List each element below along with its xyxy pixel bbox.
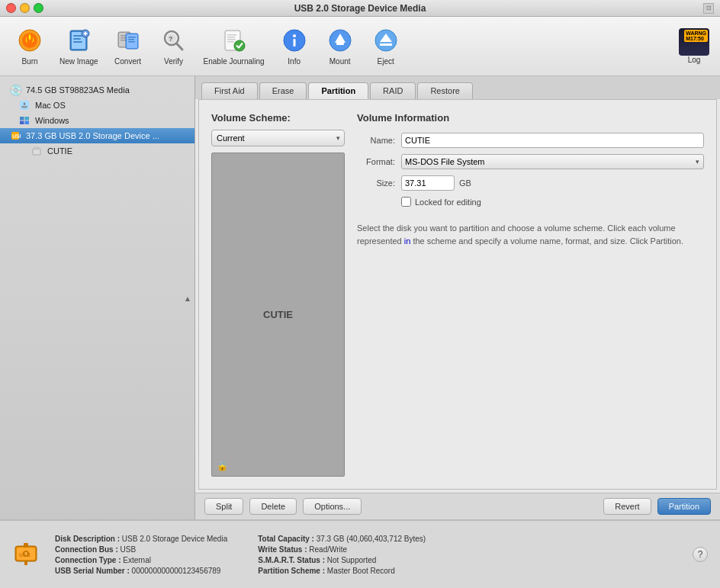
split-button[interactable]: Split [204, 498, 243, 515]
info-button[interactable]: Info [272, 22, 317, 70]
svg-line-21 [176, 43, 182, 50]
partition-block-cutie[interactable]: CUTIE 🔒 [212, 153, 344, 476]
svg-rect-53 [24, 543, 28, 548]
svg-rect-19 [128, 41, 135, 43]
resize-control[interactable]: ⊡ [703, 3, 714, 14]
partition-panel: Volume Scheme: Current ▾ CUTIE 🔒 V [198, 99, 717, 490]
partition-scheme-key: Partition Scheme : [258, 567, 325, 575]
svg-rect-50 [34, 147, 39, 149]
sidebar-item-label: Mac OS [35, 101, 66, 110]
maximize-button[interactable] [34, 3, 43, 13]
connection-bus-key: Connection Bus : [55, 545, 118, 554]
sidebar-item-windows[interactable]: Windows [0, 113, 194, 128]
svg-text:?: ? [169, 35, 173, 43]
format-select-wrapper: MS-DOS File System ▾ [401, 154, 704, 169]
resize-icon: ⊡ [703, 3, 714, 14]
svg-rect-43 [20, 117, 24, 120]
format-select[interactable]: MS-DOS File System [401, 154, 704, 169]
log-warning: WARNGM17:50 [684, 30, 708, 42]
tab-erase[interactable]: Erase [259, 82, 307, 99]
size-input[interactable] [401, 175, 455, 191]
write-status-key: Write Status : [258, 545, 307, 554]
title-bar: USB 2.0 Storage Device Media ⊡ [0, 0, 720, 17]
partition-button[interactable]: Partition [657, 498, 711, 515]
help-button[interactable]: ? [693, 547, 708, 562]
sidebar-item-macos[interactable]: Mac OS [0, 98, 194, 113]
smart-status-val: Not Supported [327, 556, 377, 564]
connection-type-val: External [123, 556, 151, 564]
status-bar: USB Disk Description : USB 2.0 Storage D… [0, 519, 720, 588]
locked-row: Locked for editing [357, 197, 704, 207]
toolbar: Burn New Image [0, 17, 720, 76]
connection-type-key: Connection Type : [55, 556, 121, 564]
svg-rect-29 [227, 41, 234, 43]
burn-button[interactable]: Burn [8, 22, 52, 70]
status-col-right: Total Capacity : 37.3 GB (40,060,403,712… [258, 535, 426, 575]
eject-button[interactable]: Eject [364, 22, 408, 70]
burn-icon [16, 27, 43, 54]
mount-button[interactable]: Mount [318, 22, 362, 70]
tab-raid[interactable]: RAID [370, 82, 416, 99]
options-button[interactable]: Options... [303, 498, 362, 515]
sidebar-item-cutie[interactable]: CUTIE [0, 143, 194, 159]
close-button[interactable] [6, 3, 16, 13]
svg-rect-36 [336, 43, 344, 45]
name-input[interactable] [401, 133, 704, 148]
convert-button[interactable]: Convert [106, 22, 150, 70]
delete-button[interactable]: Delete [249, 498, 297, 515]
size-label: Size: [357, 178, 395, 188]
verify-button[interactable]: ? Verify [152, 22, 196, 70]
volume-info-area: Volume Information Name: Format: MS-DOS … [357, 112, 704, 477]
macos-icon [18, 99, 31, 111]
svg-rect-42 [22, 108, 27, 108]
svg-text:USB: USB [19, 552, 31, 557]
format-row: Format: MS-DOS File System ▾ [357, 154, 704, 169]
log-button[interactable]: WARNGM17:50 Log [679, 28, 709, 64]
usb-serial-row: USB Serial Number : 00000000000012345678… [55, 567, 227, 575]
volume-icon [31, 145, 43, 157]
tab-first-aid[interactable]: First Aid [201, 82, 258, 99]
revert-button[interactable]: Revert [603, 498, 651, 515]
svg-point-32 [293, 34, 296, 37]
svg-rect-45 [20, 121, 24, 125]
scheme-select[interactable]: Current [211, 130, 345, 146]
bottom-buttons: Split Delete Options... Revert Partition [195, 493, 720, 519]
sidebar-item-label: CUTIE [47, 146, 72, 156]
mount-label: Mount [329, 57, 351, 66]
windows-icon [18, 114, 31, 127]
status-col-left: Disk Description : USB 2.0 Storage Devic… [55, 535, 227, 575]
sidebar-item-label: 74.5 GB ST98823AS Media [26, 85, 130, 95]
svg-rect-6 [73, 41, 82, 43]
usb-serial-val: 000000000000123456789 [132, 567, 221, 575]
info-label: Info [288, 57, 301, 66]
eject-icon [372, 27, 400, 54]
tab-partition[interactable]: Partition [308, 82, 368, 99]
svg-text:USB: USB [12, 133, 21, 139]
sidebar-item-label: Windows [35, 116, 69, 125]
main-content: 💿 74.5 GB ST98823AS Media Mac OS [0, 76, 720, 519]
volume-scheme-title: Volume Scheme: [211, 112, 345, 124]
connection-bus-row: Connection Bus : USB [55, 545, 227, 554]
window-title: USB 2.0 Storage Device Media [294, 3, 426, 14]
log-label: Log [688, 56, 701, 64]
total-capacity-row: Total Capacity : 37.3 GB (40,060,403,712… [258, 535, 426, 543]
partition-block-label: CUTIE [263, 309, 293, 320]
tab-restore[interactable]: Restore [417, 82, 473, 99]
window-controls[interactable] [6, 3, 43, 13]
total-capacity-val: 37.3 GB (40,060,403,712 Bytes) [317, 535, 426, 543]
connection-type-row: Connection Type : External [55, 556, 227, 564]
locked-label: Locked for editing [415, 198, 481, 207]
connection-bus-val: USB [121, 545, 137, 554]
size-unit: GB [459, 178, 471, 188]
new-image-button[interactable]: New Image [53, 22, 104, 70]
svg-rect-26 [227, 34, 236, 36]
minimize-button[interactable] [20, 3, 30, 13]
write-status-row: Write Status : Read/Write [258, 545, 426, 554]
sidebar-item-usb[interactable]: USB 37.3 GB USB 2.0 Storage Device ... [0, 128, 194, 143]
write-status-val: Read/Write [309, 545, 347, 554]
sidebar-item-disk1[interactable]: 💿 74.5 GB ST98823AS Media [0, 82, 194, 98]
name-row: Name: [357, 133, 704, 148]
enable-journaling-button[interactable]: Enable Journaling [198, 22, 271, 70]
locked-checkbox[interactable] [401, 197, 411, 207]
convert-icon [114, 27, 142, 54]
